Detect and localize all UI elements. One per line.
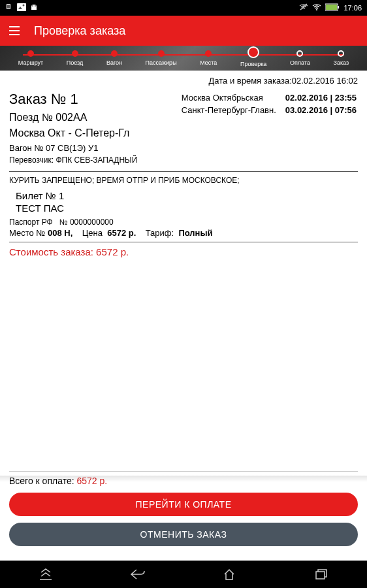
wifi-icon [312,3,321,12]
divider [9,471,358,472]
status-bar: 17:06 [0,0,367,16]
svg-rect-10 [338,6,339,8]
back-icon[interactable] [130,566,146,582]
android-icon [30,3,38,12]
content-area: Дата и время заказа:02.02.2016 16:02 Зак… [0,71,367,263]
gallery-icon [17,3,26,12]
svg-rect-9 [326,5,337,10]
page-title: Проверка заказа [34,24,125,38]
footer: Всего к оплате: 6572 р. ПЕРЕЙТИ К ОПЛАТЕ… [0,467,367,561]
svg-point-5 [35,5,36,7]
step-order[interactable]: Заказ [334,50,349,66]
stepper: Маршрут Поезд Вагон Пассажиры Места Пров… [0,46,367,71]
menu-icon[interactable] [9,26,21,35]
svg-point-4 [32,5,33,7]
step-seats[interactable]: Места [200,50,217,66]
battery-icon [325,3,340,12]
schedule: Москва Октябрьская02.02.2016 | 23:55 Сан… [180,91,358,165]
route: Москва Окт - С-Петер-Гл [9,127,180,139]
order-cost: Стоимость заказа: 6572 р. [9,246,358,257]
step-payment[interactable]: Оплата [290,50,310,66]
recents-icon[interactable] [313,566,329,582]
app-bar: Проверка заказа [0,16,367,46]
order-notes: КУРИТЬ ЗАПРЕЩЕНО; ВРЕМЯ ОТПР И ПРИБ МОСК… [9,176,358,185]
carrier-info: Перевозчик: ФПК СЕВ-ЗАПАДНЫЙ [9,155,180,165]
svg-rect-1 [17,3,26,11]
step-train[interactable]: Поезд [67,50,83,66]
step-passengers[interactable]: Пассажиры [146,50,177,66]
collapse-icon[interactable] [38,566,54,582]
step-wagon[interactable]: Вагон [106,50,122,66]
home-icon[interactable] [221,566,237,582]
nav-bar [0,561,367,588]
step-check[interactable]: Проверка [240,49,266,67]
order-title: Заказ № 1 [9,91,180,108]
order-date: Дата и время заказа:02.02.2016 16:02 [9,76,358,86]
divider [9,242,358,242]
svg-rect-12 [316,572,325,579]
wifi-off-icon [299,3,308,12]
passenger-name: ТЕСТ ПАС [16,203,358,214]
cancel-button[interactable]: ОТМЕНИТЬ ЗАКАЗ [9,523,358,546]
svg-point-3 [23,5,25,7]
step-route[interactable]: Маршрут [18,50,43,66]
seat-info: Место № 008 Н, Цена 6572 р. Тариф: Полны… [9,228,358,238]
wagon-info: Вагон № 07 СВ(1Э) У1 [9,143,180,153]
train-number: Поезд № 002АА [9,112,180,123]
pay-button[interactable]: ПЕРЕЙТИ К ОПЛАТЕ [9,493,358,516]
divider [9,171,358,172]
svg-point-7 [316,9,317,10]
ticket-title: Билет № 1 [16,190,358,201]
clock-text: 17:06 [343,4,362,12]
notification-icon [5,3,13,12]
passport-info: Паспорт РФ № 0000000000 [9,218,358,227]
